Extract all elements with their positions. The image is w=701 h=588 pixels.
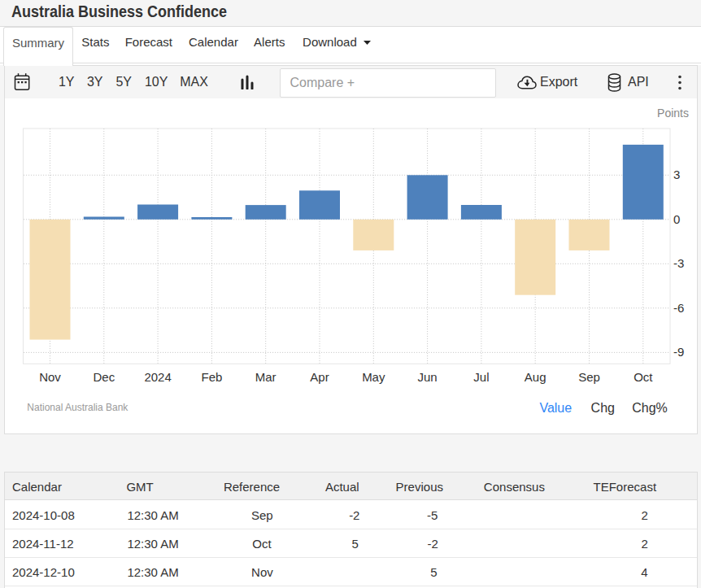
svg-text:Value: Value: [539, 401, 572, 415]
svg-text:Oct: Oct: [634, 370, 653, 384]
svg-text:2024: 2024: [144, 370, 171, 384]
svg-text:-9: -9: [673, 345, 684, 359]
svg-text:Chg%: Chg%: [632, 401, 668, 415]
svg-text:Feb: Feb: [201, 370, 222, 384]
svg-text:National Australia Bank: National Australia Bank: [27, 402, 128, 413]
svg-text:0: 0: [673, 212, 680, 226]
svg-text:Aug: Aug: [525, 370, 546, 384]
svg-text:-3: -3: [673, 256, 684, 270]
svg-text:Mar: Mar: [255, 370, 276, 384]
svg-text:Chg: Chg: [591, 401, 615, 415]
svg-text:Jul: Jul: [473, 370, 489, 384]
svg-text:Dec: Dec: [93, 370, 115, 384]
svg-text:Sep: Sep: [578, 370, 600, 384]
svg-text:3: 3: [673, 168, 680, 181]
svg-text:Nov: Nov: [39, 370, 61, 384]
svg-text:Jun: Jun: [418, 370, 438, 384]
svg-text:Points: Points: [657, 107, 689, 120]
svg-text:-6: -6: [673, 301, 684, 315]
svg-text:Apr: Apr: [310, 370, 329, 384]
svg-text:May: May: [362, 370, 385, 384]
